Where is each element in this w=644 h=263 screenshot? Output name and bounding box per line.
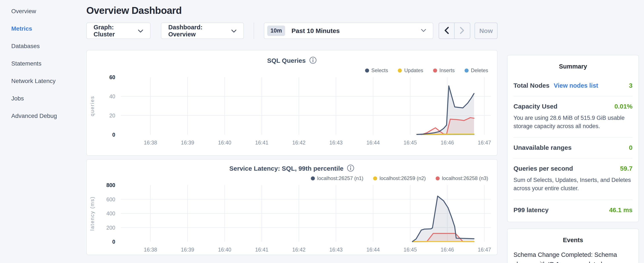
legend-dot-icon xyxy=(398,69,402,73)
summary-row-description: You are using 28.6 MiB of 515.9 GiB usab… xyxy=(514,114,632,130)
svg-text:16:47: 16:47 xyxy=(478,140,491,146)
svg-text:16:38: 16:38 xyxy=(144,247,157,252)
event-text: Schema Change Completed: Schema change w… xyxy=(514,250,632,263)
svg-text:16:39: 16:39 xyxy=(181,247,194,252)
svg-text:16:40: 16:40 xyxy=(218,140,231,146)
events-panel: Events Schema Change Completed: Schema c… xyxy=(507,228,639,263)
svg-text:16:41: 16:41 xyxy=(255,140,268,146)
main-content: Overview Dashboard Graph: Cluster Dashbo… xyxy=(86,0,498,255)
controls-bar: Graph: Cluster Dashboard: Overview 10m P… xyxy=(86,23,498,39)
legend-item-updates[interactable]: Updates xyxy=(398,68,423,73)
chart-grid xyxy=(121,77,491,135)
event-item: Schema Change Completed: Schema change w… xyxy=(514,250,632,263)
legend-item-deletes[interactable]: Deletes xyxy=(464,68,488,73)
info-icon[interactable] xyxy=(347,164,354,173)
summary-row-value: 0 xyxy=(629,144,632,151)
summary-row-queries-per-second: Queries per second59.7Sum of Selects, Up… xyxy=(514,158,632,200)
svg-text:600: 600 xyxy=(106,196,115,202)
legend-label: localhost:26257 (n1) xyxy=(317,175,363,181)
sidebar-item-label[interactable]: Network Latency xyxy=(11,78,56,85)
chart-legend: localhost:26257 (n1)localhost:26259 (n2)… xyxy=(87,175,497,181)
next-time-button[interactable] xyxy=(454,23,470,39)
dashboard-dropdown-label: Dashboard: Overview xyxy=(168,24,226,38)
legend-dot-icon xyxy=(365,69,369,73)
summary-row-value: 59.7 xyxy=(620,165,632,172)
svg-text:40: 40 xyxy=(109,93,115,99)
sidebar-item-metrics[interactable]: Metrics xyxy=(11,20,86,38)
summary-row-p99-latency: P99 latency46.1 ms xyxy=(514,200,632,220)
svg-text:16:43: 16:43 xyxy=(329,140,343,146)
svg-text:16:44: 16:44 xyxy=(366,140,380,146)
graph-dropdown-label: Graph: Cluster xyxy=(94,24,132,38)
legend-dot-icon xyxy=(433,69,437,73)
svg-text:16:38: 16:38 xyxy=(144,140,157,146)
time-range-selector[interactable]: 10m Past 10 Minutes xyxy=(264,23,433,39)
sidebar-item-overview[interactable]: Overview xyxy=(11,3,86,20)
sidebar-item-statements[interactable]: Statements xyxy=(11,55,86,72)
sql-queries-chart: 16:3816:3916:4016:4116:4216:4316:4416:45… xyxy=(87,74,497,147)
right-sidebar: Summary Total NodesView nodes list3Capac… xyxy=(507,55,639,263)
svg-text:16:42: 16:42 xyxy=(292,140,306,146)
service-latency-chart: 16:3816:3916:4016:4116:4216:4316:4416:45… xyxy=(87,182,497,254)
time-step-button-group xyxy=(438,23,470,39)
summary-panel: Summary Total NodesView nodes list3Capac… xyxy=(507,55,639,222)
sidebar-item-databases[interactable]: Databases xyxy=(11,38,86,55)
now-button[interactable]: Now xyxy=(474,23,498,39)
chart-legend: SelectsUpdatesInsertsDeletes xyxy=(87,68,497,73)
legend-item-localhost-26259-n2[interactable]: localhost:26259 (n2) xyxy=(373,175,426,181)
summary-row-label: Unavailable ranges xyxy=(514,144,572,151)
svg-text:16:45: 16:45 xyxy=(404,247,417,252)
svg-text:16:39: 16:39 xyxy=(181,140,194,146)
summary-row-value: 3 xyxy=(629,82,632,89)
chevron-down-icon xyxy=(420,29,426,33)
legend-item-inserts[interactable]: Inserts xyxy=(433,68,455,73)
svg-text:16:45: 16:45 xyxy=(404,140,417,146)
sidebar-item-label[interactable]: Advanced Debug xyxy=(11,113,57,119)
sidebar-item-jobs[interactable]: Jobs xyxy=(11,90,86,107)
sql-queries-chart-panel: SQL Queries SelectsUpdatesInsertsDeletes… xyxy=(86,50,498,156)
chevron-down-icon xyxy=(231,27,237,34)
summary-row-label: Total Nodes xyxy=(514,82,550,89)
y-axis-label: latency (ms) xyxy=(90,196,95,230)
page-title: Overview Dashboard xyxy=(86,5,498,16)
svg-text:800: 800 xyxy=(106,182,115,188)
sidebar-item-label[interactable]: Metrics xyxy=(11,25,32,32)
sidebar-list: OverviewMetricsDatabasesStatementsNetwor… xyxy=(11,3,86,125)
svg-text:16:47: 16:47 xyxy=(478,247,491,252)
summary-row-value: 0.01% xyxy=(614,103,632,110)
sidebar-item-label[interactable]: Statements xyxy=(11,60,42,67)
svg-text:16:46: 16:46 xyxy=(441,247,454,252)
sidebar-item-label[interactable]: Jobs xyxy=(11,95,24,102)
sidebar-item-label[interactable]: Databases xyxy=(11,43,40,50)
svg-text:16:46: 16:46 xyxy=(441,140,454,146)
legend-item-localhost-26257-n1[interactable]: localhost:26257 (n1) xyxy=(311,175,363,181)
svg-text:400: 400 xyxy=(106,210,115,216)
chevron-down-icon xyxy=(138,27,143,34)
svg-text:0: 0 xyxy=(112,132,115,138)
sidebar-item-label[interactable]: Overview xyxy=(11,8,36,15)
time-range-label: Past 10 Minutes xyxy=(292,27,420,35)
legend-item-selects[interactable]: Selects xyxy=(365,68,388,73)
time-range-badge: 10m xyxy=(267,26,285,36)
summary-row-label: Capacity Used xyxy=(514,103,558,110)
svg-text:0: 0 xyxy=(112,239,115,245)
view-nodes-list-link[interactable]: View nodes list xyxy=(554,82,598,89)
svg-text:16:43: 16:43 xyxy=(329,247,343,252)
summary-row-label: P99 latency xyxy=(514,206,548,214)
graph-dropdown[interactable]: Graph: Cluster xyxy=(86,23,150,39)
controls-divider xyxy=(254,23,254,39)
previous-time-button[interactable] xyxy=(439,23,454,39)
summary-row-value: 46.1 ms xyxy=(609,206,632,214)
chevron-right-icon xyxy=(460,27,465,35)
sidebar-nav: OverviewMetricsDatabasesStatementsNetwor… xyxy=(0,0,86,125)
service-latency-chart-panel: Service Latency: SQL, 99th percentile lo… xyxy=(86,159,498,255)
summary-row-description: Sum of Selects, Updates, Inserts, and De… xyxy=(514,176,632,193)
info-icon[interactable] xyxy=(309,56,317,65)
sidebar-item-advanced-debug[interactable]: Advanced Debug xyxy=(11,107,86,125)
summary-row-label: Queries per second xyxy=(514,165,573,172)
dashboard-dropdown[interactable]: Dashboard: Overview xyxy=(161,23,244,39)
sidebar-item-network-latency[interactable]: Network Latency xyxy=(11,72,86,90)
legend-item-localhost-26258-n3[interactable]: localhost:26258 (n3) xyxy=(436,175,488,181)
chevron-left-icon xyxy=(444,27,449,35)
legend-dot-icon xyxy=(464,69,468,73)
